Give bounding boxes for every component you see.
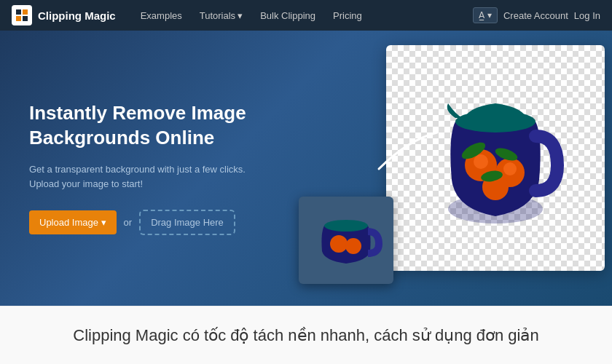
login-button[interactable]: Log In [574,10,600,21]
pitcher-original-image [306,204,386,277]
lang-dropdown-icon: ▾ [487,10,492,20]
nav-pricing[interactable]: Pricing [326,7,369,24]
nav-tutorials[interactable]: Tutorials ▾ [192,7,250,24]
lang-icon: A̲ [479,10,484,20]
navbar: Clipping Magic Examples Tutorials ▾ Bulk… [0,0,612,31]
hero-image-area [270,31,612,306]
upload-image-button[interactable]: Upload Image ▾ [29,210,117,234]
logo[interactable]: Clipping Magic [12,5,116,25]
svg-point-17 [330,235,348,253]
logo-icon [12,5,32,25]
logo-text: Clipping Magic [38,9,116,22]
arrow-icon [364,125,452,183]
nav-links: Examples Tutorials ▾ Bulk Clipping Prici… [133,7,467,24]
original-card [299,197,393,284]
svg-point-18 [345,238,361,254]
bottom-text: Clipping Magic có tốc độ tách nền nhanh,… [73,326,538,345]
svg-rect-0 [16,9,21,15]
svg-rect-3 [23,16,28,21]
or-separator: or [124,217,133,228]
drag-image-button[interactable]: Drag Image Here [139,210,235,235]
svg-point-16 [324,220,368,232]
svg-point-11 [503,162,517,175]
svg-rect-2 [16,16,21,21]
svg-point-10 [474,154,488,169]
svg-rect-1 [23,9,28,15]
nav-examples[interactable]: Examples [133,7,189,24]
upload-label: Upload Image ▾ [39,217,106,228]
create-account-button[interactable]: Create Account [503,10,568,21]
hero-section: Instantly Remove Image Backgrounds Onlin… [0,31,612,306]
hero-actions: Upload Image ▾ or Drag Image Here [29,210,262,235]
nav-right: A̲ ▾ Create Account Log In [473,7,600,23]
hero-description: Get a transparent background with just a… [29,162,262,193]
nav-bulk-clipping[interactable]: Bulk Clipping [253,7,323,24]
bottom-section: Clipping Magic có tốc độ tách nền nhanh,… [0,306,612,364]
dropdown-arrow-icon: ▾ [238,10,243,21]
hero-content: Instantly Remove Image Backgrounds Onlin… [0,101,291,235]
arrow-container [364,125,452,186]
hero-title: Instantly Remove Image Backgrounds Onlin… [29,101,262,151]
language-button[interactable]: A̲ ▾ [473,7,498,23]
